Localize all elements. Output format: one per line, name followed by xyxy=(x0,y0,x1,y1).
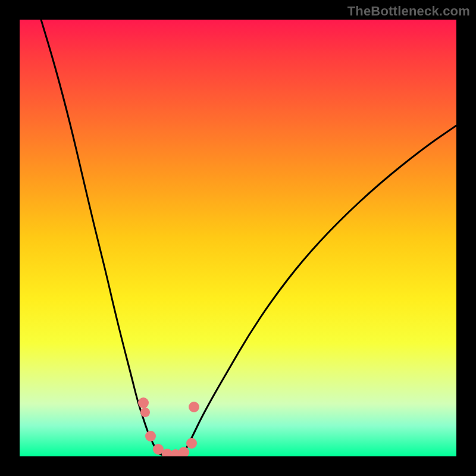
data-marker xyxy=(186,438,197,449)
right-curve xyxy=(183,126,456,454)
data-marker xyxy=(178,447,189,456)
curve-layer xyxy=(20,20,456,456)
chart-frame: TheBottleneck.com xyxy=(0,0,476,476)
plot-area xyxy=(20,20,456,456)
data-markers xyxy=(138,397,199,456)
watermark-label: TheBottleneck.com xyxy=(347,4,470,19)
data-marker xyxy=(140,408,150,417)
data-marker xyxy=(189,402,199,412)
data-marker xyxy=(145,431,156,441)
data-marker xyxy=(138,397,149,408)
left-curve xyxy=(41,20,159,454)
